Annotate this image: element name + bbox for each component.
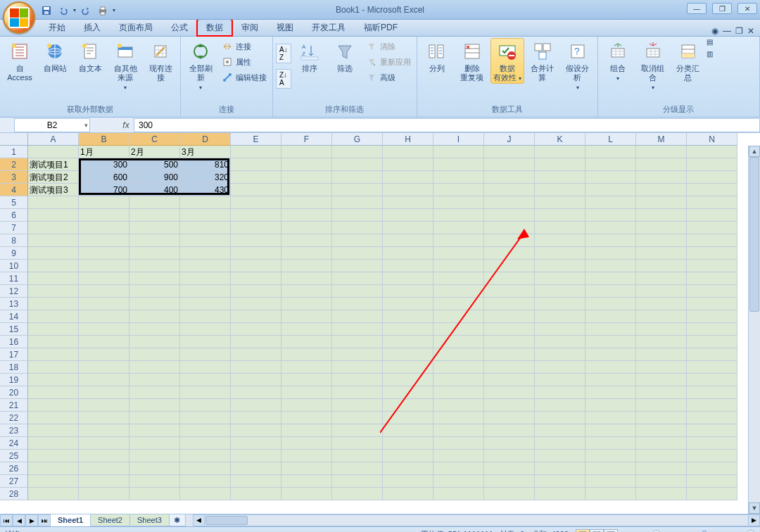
cell[interactable] <box>535 184 585 196</box>
cell[interactable] <box>433 234 484 247</box>
cell[interactable] <box>281 158 332 171</box>
cell[interactable] <box>180 348 231 361</box>
cell[interactable] <box>585 310 636 323</box>
cell[interactable] <box>79 450 129 462</box>
scroll-thumb[interactable] <box>749 157 759 312</box>
cell[interactable] <box>636 336 687 348</box>
cell[interactable] <box>28 462 79 475</box>
from-web-button[interactable]: 自网站 <box>38 38 72 74</box>
cell[interactable] <box>484 475 535 488</box>
cell[interactable] <box>484 247 535 260</box>
cell[interactable] <box>585 260 636 272</box>
cell[interactable] <box>636 323 687 336</box>
cell[interactable] <box>79 234 129 247</box>
cell[interactable] <box>484 424 535 437</box>
cell[interactable] <box>180 310 231 323</box>
tab-developer[interactable]: 开发工具 <box>303 19 355 36</box>
cell[interactable] <box>281 361 332 374</box>
cell[interactable] <box>332 424 383 437</box>
cell[interactable] <box>180 475 231 488</box>
help-icon[interactable]: ◉ <box>711 26 718 36</box>
office-button[interactable] <box>3 1 35 34</box>
cell[interactable] <box>484 222 535 234</box>
cell[interactable]: 3月 <box>180 146 231 158</box>
column-header[interactable]: D <box>180 133 231 146</box>
cell[interactable] <box>383 374 433 386</box>
cell[interactable] <box>535 171 585 184</box>
cell[interactable] <box>484 386 535 399</box>
cell[interactable]: 300 <box>79 158 129 171</box>
cell[interactable] <box>585 374 636 386</box>
undo-icon[interactable] <box>56 4 70 18</box>
cell[interactable] <box>332 158 383 171</box>
cell[interactable] <box>687 475 737 488</box>
cell[interactable] <box>535 450 585 462</box>
cell[interactable] <box>281 386 332 399</box>
cell[interactable] <box>687 260 737 272</box>
cell[interactable] <box>28 374 79 386</box>
cell[interactable] <box>180 462 231 475</box>
cell[interactable] <box>332 412 383 424</box>
cell[interactable] <box>636 158 687 171</box>
scroll-down-icon[interactable]: ▼ <box>749 502 760 514</box>
cell[interactable]: 600 <box>79 171 129 184</box>
cell[interactable] <box>79 260 129 272</box>
cell[interactable] <box>484 184 535 196</box>
cell[interactable] <box>129 488 180 500</box>
cell[interactable] <box>687 222 737 234</box>
cell[interactable] <box>79 323 129 336</box>
save-icon[interactable] <box>39 4 53 18</box>
cell[interactable] <box>332 437 383 450</box>
row-header[interactable]: 27 <box>0 475 28 488</box>
connections-button[interactable]: 连接 <box>219 39 270 53</box>
column-header[interactable]: L <box>585 133 636 146</box>
cell[interactable] <box>231 374 281 386</box>
cell[interactable] <box>28 222 79 234</box>
column-header[interactable]: J <box>484 133 535 146</box>
column-header[interactable]: F <box>281 133 332 146</box>
tab-insert[interactable]: 插入 <box>75 19 110 36</box>
cell[interactable] <box>281 234 332 247</box>
cell[interactable] <box>636 399 687 412</box>
cell[interactable] <box>484 146 535 158</box>
cell[interactable] <box>433 462 484 475</box>
cell[interactable] <box>535 412 585 424</box>
cell[interactable] <box>180 272 231 285</box>
cell[interactable] <box>535 437 585 450</box>
close-button[interactable]: ✕ <box>737 3 757 14</box>
tab-home[interactable]: 开始 <box>39 19 75 36</box>
cell[interactable]: 900 <box>129 171 180 184</box>
row-header[interactable]: 4 <box>0 184 28 196</box>
cell[interactable] <box>585 222 636 234</box>
cell[interactable] <box>585 437 636 450</box>
cell[interactable] <box>433 336 484 348</box>
cell[interactable] <box>79 374 129 386</box>
cell[interactable] <box>281 171 332 184</box>
cell[interactable] <box>231 171 281 184</box>
cell[interactable] <box>687 399 737 412</box>
cell[interactable] <box>687 184 737 196</box>
cell[interactable] <box>129 285 180 298</box>
cell[interactable] <box>687 412 737 424</box>
cell[interactable] <box>79 298 129 310</box>
vertical-scrollbar[interactable]: ▲ ▼ <box>748 146 760 514</box>
data-validation-button[interactable]: 数据 有效性 ▾ <box>490 38 524 84</box>
cell[interactable] <box>180 374 231 386</box>
cell[interactable] <box>332 450 383 462</box>
cell[interactable] <box>535 424 585 437</box>
cell[interactable] <box>79 348 129 361</box>
cell[interactable] <box>79 488 129 500</box>
cell[interactable] <box>231 247 281 260</box>
cell[interactable] <box>433 348 484 361</box>
cell[interactable] <box>383 234 433 247</box>
cell[interactable] <box>28 272 79 285</box>
column-header[interactable]: E <box>231 133 281 146</box>
cell[interactable] <box>281 209 332 222</box>
row-header[interactable]: 6 <box>0 209 28 222</box>
cell[interactable] <box>28 196 79 209</box>
cell[interactable] <box>687 285 737 298</box>
row-header[interactable]: 28 <box>0 488 28 500</box>
cell[interactable] <box>332 285 383 298</box>
cell[interactable] <box>636 285 687 298</box>
cell[interactable] <box>636 348 687 361</box>
